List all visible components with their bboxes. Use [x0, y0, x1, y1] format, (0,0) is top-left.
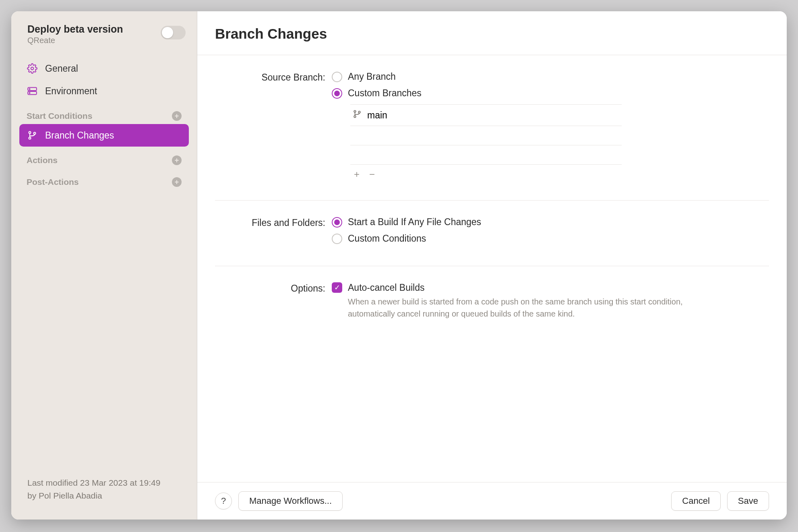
sidebar-item-label: Branch Changes — [45, 130, 114, 141]
radio-custom-branches[interactable]: Custom Branches — [332, 88, 769, 99]
section-post-actions: Post-Actions + — [19, 168, 189, 190]
svg-point-0 — [31, 67, 34, 70]
svg-point-6 — [29, 137, 31, 139]
radio-label: Custom Conditions — [348, 233, 426, 244]
source-branch-content: Any Branch Custom Branches — [332, 71, 769, 184]
radio-custom-conditions[interactable]: Custom Conditions — [332, 233, 769, 244]
svg-point-4 — [29, 93, 30, 93]
workflow-edit-window: Deploy beta version QReate General — [11, 11, 787, 520]
main-footer: ? Manage Workflows... Cancel Save — [197, 482, 787, 520]
svg-point-7 — [34, 132, 36, 135]
branch-list-controls: + − — [350, 165, 622, 184]
source-branch-row: Source Branch: Any Branch Custom Branche… — [215, 71, 769, 201]
svg-point-5 — [29, 132, 31, 134]
add-branch-button[interactable]: + — [353, 169, 361, 180]
workflow-subtitle: QReate — [27, 36, 123, 45]
branch-row-empty[interactable] — [350, 145, 622, 165]
section-label: Post-Actions — [27, 177, 79, 187]
enable-workflow-toggle[interactable] — [161, 26, 186, 39]
sidebar-nav: General Environment Start Conditions + — [11, 53, 197, 190]
autocancel-checkbox[interactable]: ✓ — [332, 282, 342, 293]
radio-icon — [332, 217, 342, 228]
autocancel-text: Auto-cancel Builds When a newer build is… — [348, 282, 769, 320]
branch-icon — [27, 130, 38, 141]
add-action-button[interactable]: + — [172, 155, 182, 165]
workflow-title-block: Deploy beta version QReate — [27, 23, 123, 45]
sidebar-item-label: Environment — [45, 86, 97, 97]
sidebar-header: Deploy beta version QReate — [11, 11, 197, 53]
section-actions: Actions + — [19, 147, 189, 168]
section-label: Actions — [27, 155, 58, 165]
sidebar: Deploy beta version QReate General — [11, 11, 197, 520]
files-folders-row: Files and Folders: Start a Build If Any … — [215, 217, 769, 266]
files-folders-content: Start a Build If Any File Changes Custom… — [332, 217, 769, 250]
workflow-title: Deploy beta version — [27, 23, 123, 35]
add-post-action-button[interactable]: + — [172, 177, 182, 187]
remove-branch-button[interactable]: − — [368, 169, 376, 180]
autocancel-title: Auto-cancel Builds — [348, 282, 769, 293]
autocancel-option: ✓ Auto-cancel Builds When a newer build … — [332, 282, 769, 320]
main-panel: Branch Changes Source Branch: Any Branch… — [197, 11, 787, 520]
radio-label: Start a Build If Any File Changes — [348, 217, 481, 228]
branch-row-empty[interactable] — [350, 126, 622, 145]
sidebar-item-branch-changes[interactable]: Branch Changes — [19, 124, 189, 147]
radio-icon — [332, 72, 342, 82]
branch-list: main + − — [350, 104, 622, 184]
sidebar-item-environment[interactable]: Environment — [19, 80, 189, 102]
radio-label: Custom Branches — [348, 88, 422, 99]
options-label: Options: — [215, 282, 332, 320]
svg-point-10 — [358, 111, 360, 113]
radio-label: Any Branch — [348, 71, 396, 82]
radio-icon — [332, 88, 342, 99]
help-button[interactable]: ? — [215, 493, 232, 509]
svg-point-8 — [354, 110, 356, 112]
radio-any-file-changes[interactable]: Start a Build If Any File Changes — [332, 217, 769, 228]
files-folders-label: Files and Folders: — [215, 217, 332, 250]
add-start-condition-button[interactable]: + — [172, 111, 182, 121]
options-row: Options: ✓ Auto-cancel Builds When a new… — [215, 282, 769, 336]
source-branch-label: Source Branch: — [215, 71, 332, 184]
main-header: Branch Changes — [197, 11, 787, 55]
sidebar-item-general[interactable]: General — [19, 57, 189, 80]
last-modified-timestamp: Last modified 23 Mar 2023 at 19:49 — [27, 476, 181, 489]
gear-icon — [27, 63, 38, 74]
options-content: ✓ Auto-cancel Builds When a newer build … — [332, 282, 769, 320]
main-body: Source Branch: Any Branch Custom Branche… — [197, 55, 787, 482]
page-title: Branch Changes — [215, 26, 769, 42]
manage-workflows-button[interactable]: Manage Workflows... — [238, 491, 343, 511]
section-label: Start Conditions — [27, 111, 92, 121]
section-start-conditions: Start Conditions + — [19, 102, 189, 124]
radio-icon — [332, 234, 342, 244]
svg-point-9 — [354, 116, 356, 118]
radio-any-branch[interactable]: Any Branch — [332, 71, 769, 82]
save-button[interactable]: Save — [727, 491, 769, 511]
server-icon — [27, 85, 38, 97]
branch-row[interactable]: main — [350, 104, 622, 126]
sidebar-item-label: General — [45, 63, 78, 74]
autocancel-description: When a newer build is started from a cod… — [348, 296, 702, 320]
cancel-button[interactable]: Cancel — [671, 491, 720, 511]
last-modified-info: Last modified 23 Mar 2023 at 19:49 by Po… — [11, 476, 197, 520]
branch-icon — [353, 110, 362, 121]
last-modified-author: by Pol Piella Abadia — [27, 489, 181, 502]
svg-point-3 — [29, 89, 30, 89]
branch-name: main — [367, 110, 387, 121]
